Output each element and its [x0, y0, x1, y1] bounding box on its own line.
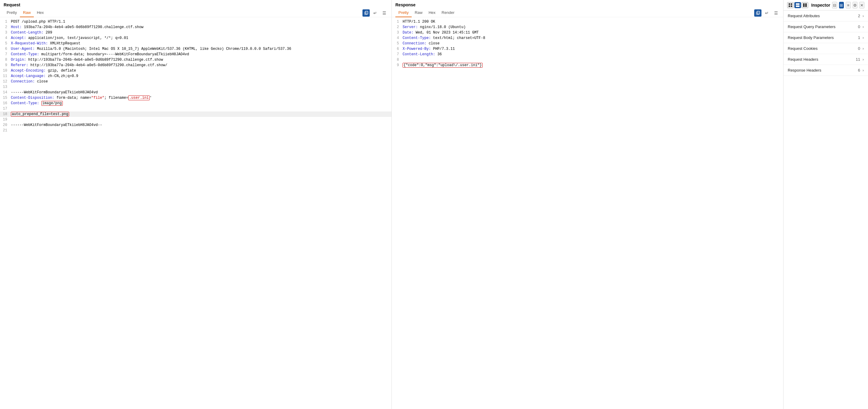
resp-line-1: 1 HTTP/1.1 200 OK: [392, 19, 783, 25]
svg-rect-10: [803, 3, 805, 7]
chevron-down-icon-3: ›: [863, 36, 864, 40]
chevron-down-icon-4: ›: [863, 47, 864, 51]
chevron-down-icon: ›: [863, 14, 864, 18]
code-line-15: 15 Content-Disposition: form-data; name=…: [0, 95, 392, 100]
inspector-label-request-headers: Request Headers: [788, 57, 856, 62]
request-tab-actions: ↵ ☰: [363, 9, 388, 17]
inspector-count-cookies: 0: [858, 46, 860, 51]
response-menu-btn[interactable]: ☰: [772, 9, 780, 17]
response-body: 1 HTTP/1.1 200 OK 2 Server: nginx/1.18.0…: [392, 17, 783, 409]
svg-rect-3: [756, 12, 759, 15]
inspector-settings-btn[interactable]: ⚙: [852, 2, 858, 8]
response-copy-btn[interactable]: [754, 9, 762, 17]
code-line-19: 19: [0, 117, 392, 122]
code-line-9: 9 Referer: http://193ba77a-204b-4eb4-a0e…: [0, 62, 392, 68]
inspector-row-query-params[interactable]: Request Query Parameters 0 ›: [783, 22, 868, 32]
response-tab-pretty[interactable]: Pretty: [395, 9, 412, 17]
inspector-label-cookies: Request Cookies: [788, 46, 858, 51]
svg-rect-4: [788, 3, 790, 5]
response-header: Response Pretty Raw Hex Render ↵ ☰: [392, 0, 783, 17]
svg-rect-11: [805, 3, 807, 7]
inspector-label-request-attributes: Request Attributes: [788, 13, 858, 18]
request-header: Request Pretty Raw Hex ↵ ☰: [0, 0, 392, 17]
code-line-17: 17: [0, 106, 392, 112]
inspector-header: Inspector ⊟ ⊞ ≡ ⚙ ✕: [783, 0, 868, 10]
inspector-align-btn[interactable]: ≡: [846, 2, 851, 8]
response-wrap-btn[interactable]: ↵: [763, 9, 771, 17]
inspector-label-body-params: Request Body Parameters: [788, 35, 858, 40]
inspector-btn-1[interactable]: ⊟: [832, 2, 837, 8]
code-line-1: 1 POST /upload.php HTTP/1.1: [0, 19, 392, 25]
inspector-count-response-headers: 6: [858, 68, 860, 72]
chevron-down-icon-2: ›: [863, 25, 864, 29]
code-line-3: 3 Content-Length: 209: [0, 30, 392, 35]
chevron-down-icon-6: ›: [863, 68, 864, 72]
inspector-count-request-attributes: 2: [858, 13, 860, 18]
code-line-7: 7 Content-Type: multipart/form-data; bou…: [0, 52, 392, 57]
request-menu-btn[interactable]: ☰: [380, 9, 388, 17]
svg-rect-7: [791, 5, 792, 7]
inspector-count-query-params: 0: [858, 25, 860, 29]
response-tab-raw[interactable]: Raw: [412, 9, 426, 17]
response-panel: Response Pretty Raw Hex Render ↵ ☰: [392, 0, 783, 409]
view-panel-btn[interactable]: [794, 2, 801, 8]
inspector-row-request-headers[interactable]: Request Headers 11 ›: [783, 54, 868, 65]
request-tab-raw[interactable]: Raw: [20, 9, 34, 17]
code-line-6: 6 User-Agent: Mozilla/5.0 (Macintosh; In…: [0, 46, 392, 52]
code-line-18: 18 auto_prepend_file=test.png: [0, 112, 392, 117]
inspector-count-body-params: 1: [858, 35, 860, 40]
request-tab-pretty[interactable]: Pretty: [4, 9, 20, 17]
code-line-20: 20 ------WebKitFormBoundaryaETkiiebH8JAO…: [0, 122, 392, 128]
resp-line-6: 6 X-Powered-By: PHP/7.3.11: [392, 46, 783, 52]
request-tab-bar: Pretty Raw Hex ↵ ☰: [4, 9, 388, 17]
response-tab-render[interactable]: Render: [438, 9, 458, 17]
inspector-row-response-headers[interactable]: Response Headers 6 ›: [783, 65, 868, 76]
svg-rect-9: [796, 5, 800, 7]
code-line-4: 4 Accept: application/json, text/javascr…: [0, 35, 392, 41]
request-copy-btn[interactable]: [363, 9, 370, 17]
response-tab-bar: Pretty Raw Hex Render ↵ ☰: [395, 9, 780, 17]
inspector-label-query-params: Request Query Parameters: [788, 25, 858, 29]
inspector-btn-2[interactable]: ⊞: [839, 2, 844, 8]
code-line-14: 14 ------WebKitFormBoundaryaETkiiebH8JAO…: [0, 90, 392, 95]
code-line-21: 21: [0, 128, 392, 133]
resp-line-7: 7 Content-Length: 36: [392, 52, 783, 57]
inspector-label-response-headers: Response Headers: [788, 68, 858, 72]
inspector-row-cookies[interactable]: Request Cookies 0 ›: [783, 43, 868, 54]
svg-rect-6: [788, 5, 790, 7]
svg-rect-1: [364, 12, 367, 15]
request-tab-hex[interactable]: Hex: [34, 9, 47, 17]
resp-line-9: 9 {"code":0,"msg":"upload\/.user.ini"}: [392, 62, 783, 68]
code-line-12: 12 Connection: close: [0, 79, 392, 84]
code-line-5: 5 X-Requested-With: XMLHttpRequest: [0, 41, 392, 46]
svg-rect-5: [791, 3, 792, 5]
inspector-close-btn[interactable]: ✕: [859, 2, 864, 8]
resp-line-2: 2 Server: nginx/1.18.0 (Ubuntu): [392, 25, 783, 30]
code-line-16: 16 Content-Type: image/png: [0, 100, 392, 106]
request-wrap-btn[interactable]: ↵: [372, 9, 379, 17]
view-compact-btn[interactable]: [802, 2, 808, 8]
code-line-2: 2 Host: 193ba77a-204b-4eb4-a0e5-0d6b89f7…: [0, 25, 392, 30]
chevron-down-icon-5: ›: [863, 57, 864, 62]
resp-line-5: 5 Connection: close: [392, 41, 783, 46]
resp-line-4: 4 Content-Type: text/html; charset=UTF-8: [392, 35, 783, 41]
code-line-11: 11 Accept-Language: zh-CN,zh;q=0.9: [0, 74, 392, 79]
inspector-count-request-headers: 11: [856, 57, 860, 62]
inspector-row-body-params[interactable]: Request Body Parameters 1 ›: [783, 32, 868, 43]
response-title: Response: [395, 2, 780, 7]
request-panel: Request Pretty Raw Hex ↵ ☰: [0, 0, 392, 409]
resp-line-8: 8: [392, 57, 783, 62]
request-title: Request: [4, 2, 388, 7]
inspector-row-request-attributes[interactable]: Request Attributes 2 ›: [783, 10, 868, 22]
code-line-8: 8 Origin: http://193ba77a-204b-4eb4-a0e5…: [0, 57, 392, 62]
inspector-panel: Inspector ⊟ ⊞ ≡ ⚙ ✕ Request Attributes 2…: [783, 0, 868, 409]
code-line-10: 10 Accept-Encoding: gzip, deflate: [0, 68, 392, 74]
response-tab-actions: ↵ ☰: [754, 9, 780, 17]
code-line-13: 13: [0, 84, 392, 90]
view-grid-btn[interactable]: [787, 2, 794, 8]
inspector-title: Inspector: [811, 3, 830, 7]
response-tab-hex[interactable]: Hex: [426, 9, 438, 17]
request-body: 1 POST /upload.php HTTP/1.1 2 Host: 193b…: [0, 17, 392, 409]
svg-rect-8: [796, 3, 800, 5]
resp-line-3: 3 Date: Wed, 01 Nov 2023 14:45:11 GMT: [392, 30, 783, 35]
